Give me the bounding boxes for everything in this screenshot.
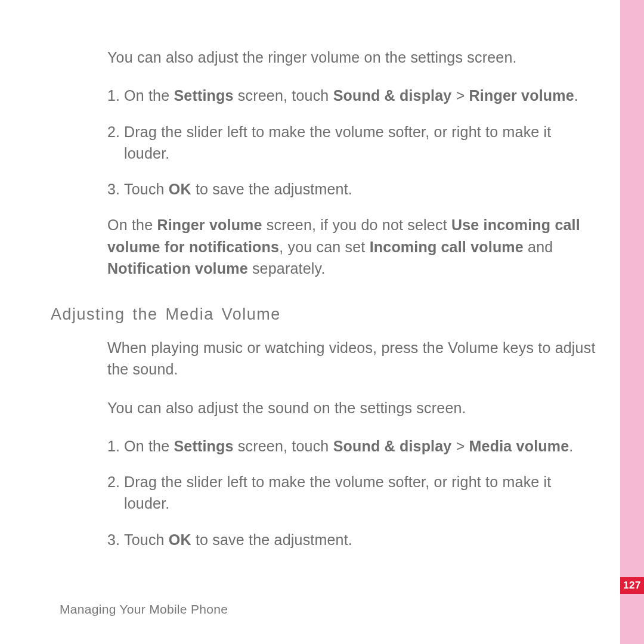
section-heading-media-volume: Adjusting the Media Volume [51, 305, 599, 324]
step-b1: 1. On the Settings screen, touch Sound &… [107, 435, 599, 457]
step-body: Drag the slider left to make the volume … [124, 471, 599, 515]
step-body: Drag the slider left to make the volume … [124, 121, 599, 165]
intro-paragraph-3: You can also adjust the sound on the set… [107, 397, 599, 419]
side-tab-strip [620, 0, 644, 644]
step-number: 1. [107, 85, 124, 106]
text: , you can set [279, 239, 370, 255]
text: . [569, 438, 573, 454]
text: On the [124, 87, 174, 104]
step-number: 3. [107, 529, 124, 550]
text: On the [107, 216, 157, 233]
footer-text: Managing Your Mobile Phone [60, 602, 228, 617]
text: to save the adjustment. [191, 531, 352, 548]
step-b2: 2. Drag the slider left to make the volu… [107, 471, 599, 515]
page-content: You can also adjust the ringer volume on… [51, 47, 599, 565]
text: . [574, 87, 578, 104]
step-body: Touch OK to save the adjustment. [124, 178, 599, 200]
step-number: 3. [107, 178, 124, 200]
step-body: On the Settings screen, touch Sound & di… [124, 435, 599, 457]
bold-media-volume: Media volume [469, 438, 569, 454]
text: Touch [124, 181, 169, 197]
step-a1: 1. On the Settings screen, touch Sound &… [107, 85, 599, 106]
bold-sound-display: Sound & display [333, 438, 452, 454]
bold-incoming-call-volume: Incoming call volume [370, 239, 524, 255]
text: > [451, 438, 469, 454]
intro-paragraph-1: You can also adjust the ringer volume on… [107, 47, 599, 68]
note-paragraph: On the Ringer volume screen, if you do n… [107, 214, 599, 279]
text: to save the adjustment. [191, 181, 352, 197]
text: screen, touch [234, 87, 333, 104]
text: screen, if you do not select [262, 216, 451, 233]
step-a2: 2. Drag the slider left to make the volu… [107, 121, 599, 165]
text: and [524, 239, 553, 255]
step-body: Touch OK to save the adjustment. [124, 529, 599, 550]
bold-ringer-volume: Ringer volume [157, 216, 262, 233]
bold-ok: OK [169, 181, 191, 197]
bold-sound-display: Sound & display [333, 87, 452, 104]
step-a3: 3. Touch OK to save the adjustment. [107, 178, 599, 200]
bold-ringer-volume: Ringer volume [469, 87, 574, 104]
bold-settings: Settings [174, 87, 233, 104]
text: screen, touch [234, 438, 333, 454]
step-number: 2. [107, 471, 124, 515]
text: Touch [124, 531, 169, 548]
text: separately. [248, 260, 326, 277]
step-number: 1. [107, 435, 124, 457]
step-body: On the Settings screen, touch Sound & di… [124, 85, 599, 106]
bold-settings: Settings [174, 438, 233, 454]
text: > [451, 87, 469, 104]
bold-notification-volume: Notification volume [107, 260, 248, 277]
step-b3: 3. Touch OK to save the adjustment. [107, 529, 599, 550]
step-number: 2. [107, 121, 124, 165]
text: On the [124, 438, 174, 454]
page-number-badge: 127 [620, 577, 644, 594]
intro-paragraph-2: When playing music or watching videos, p… [107, 337, 599, 380]
bold-ok: OK [169, 531, 191, 548]
